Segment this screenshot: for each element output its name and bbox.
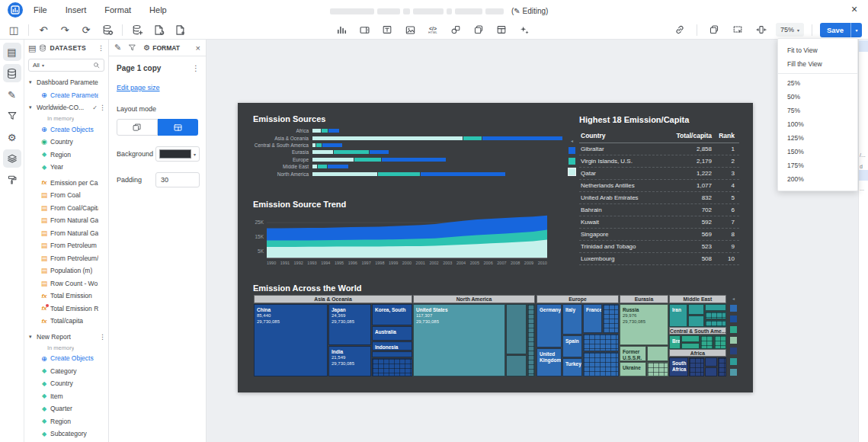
legend-swatch[interactable] xyxy=(730,305,737,312)
field-from-petroleum-capita[interactable]: ▤ From Petroleum/... xyxy=(24,252,108,265)
chart-legend[interactable]: ◂ xyxy=(569,138,575,175)
insert-image-icon[interactable] xyxy=(401,21,419,38)
field-country[interactable]: ◉ Country xyxy=(24,136,108,149)
create-objects-link[interactable]: ⊕ Create Objects xyxy=(24,123,108,136)
zoom-menu-item[interactable]: Fill the View xyxy=(778,57,857,71)
kebab-menu-icon[interactable]: ⋮ xyxy=(99,333,105,341)
zoom-menu-item[interactable]: 150% xyxy=(778,145,857,159)
caret-down-icon[interactable]: ▾ xyxy=(29,334,37,340)
menu-item[interactable]: Insert xyxy=(66,5,87,14)
dataset-status-memo-2[interactable]: In memory xyxy=(24,343,108,352)
save-menu-caret[interactable]: ▾ xyxy=(850,23,862,37)
rail-datasets-icon[interactable] xyxy=(3,64,21,82)
field-from-coal[interactable]: ▤ From Coal xyxy=(24,189,108,202)
magic-sparkle-icon[interactable] xyxy=(515,21,533,38)
duplicate-icon[interactable] xyxy=(705,21,723,38)
layout-grid-button[interactable] xyxy=(158,119,198,136)
background-color-picker[interactable]: ▾ xyxy=(155,146,200,162)
toggle-panel-icon[interactable]: ◫ xyxy=(5,21,23,38)
zoom-menu-item[interactable]: 50% xyxy=(778,90,857,104)
zoom-menu-item[interactable]: 75% xyxy=(778,104,857,117)
filter-tab-icon[interactable] xyxy=(128,43,136,52)
caret-down-icon[interactable]: ▾ xyxy=(29,104,37,110)
dataset-settings-icon[interactable] xyxy=(98,21,117,38)
dashboard-page[interactable]: Emission Sources AfricaAsia & OceaniaCen… xyxy=(238,103,753,392)
group-dashboard-parameters[interactable]: ▾ Dashboard Parameters xyxy=(24,76,108,89)
field-subcategory[interactable]: ◆ Subcategory xyxy=(24,428,108,440)
field-quarter[interactable]: ◆ Quarter xyxy=(24,402,108,415)
redo-icon[interactable]: ↷ xyxy=(56,21,74,38)
dataset-status-memo[interactable]: In memory xyxy=(24,114,108,123)
field-region-2[interactable]: ◆ Region xyxy=(24,415,108,428)
zoom-menu-item[interactable]: 200% xyxy=(778,172,857,186)
add-dataset-icon[interactable] xyxy=(128,21,146,38)
dataset-new-report[interactable]: ▾ New Report ⋮ xyxy=(24,331,108,344)
treemap-legend[interactable]: ◂ xyxy=(730,296,737,376)
close-icon[interactable]: × xyxy=(847,2,862,17)
legend-swatch[interactable] xyxy=(730,337,737,344)
field-category[interactable]: ◆ Category xyxy=(24,365,108,378)
padding-input[interactable]: 30 xyxy=(155,172,200,187)
insert-chart-icon[interactable] xyxy=(332,21,351,38)
legend-swatch[interactable] xyxy=(569,147,575,154)
zoom-menu-item[interactable]: 175% xyxy=(778,159,857,172)
insert-filter-widget-icon[interactable] xyxy=(355,21,373,38)
field-from-petroleum[interactable]: ▤ From Petroleum xyxy=(24,239,108,252)
create-objects-link-2[interactable]: ⊕ Create Objects xyxy=(24,352,108,365)
insert-copy-icon[interactable] xyxy=(469,21,488,38)
fit-width-icon[interactable] xyxy=(752,21,770,38)
kebab-menu-icon[interactable]: ⋮ xyxy=(98,44,104,52)
rail-filter-icon[interactable] xyxy=(3,107,21,125)
add-page-icon[interactable] xyxy=(171,21,189,38)
kebab-menu-icon[interactable]: ⋮ xyxy=(192,64,200,72)
caret-down-icon[interactable]: ▾ xyxy=(29,79,37,85)
close-panel-icon[interactable]: × xyxy=(196,43,200,53)
legend-swatch[interactable] xyxy=(730,358,737,365)
zoom-menu-item[interactable]: 25% xyxy=(778,76,857,90)
zoom-menu-item[interactable]: Fit to View xyxy=(778,43,857,57)
refresh-icon[interactable]: ⟳ xyxy=(77,21,95,38)
field-population[interactable]: ▤ Population (m) xyxy=(24,264,108,277)
app-logo-icon[interactable] xyxy=(8,2,23,21)
insert-html-icon[interactable]: </>HTML xyxy=(424,21,442,38)
insert-layout-icon[interactable] xyxy=(492,21,511,38)
field-total-emission-r[interactable]: fx Total Emission R... xyxy=(24,303,108,315)
legend-swatch[interactable] xyxy=(730,348,737,354)
field-from-coal-capita[interactable]: ▤ From Coal/Capita xyxy=(24,202,108,215)
field-total-capita[interactable]: fx Total/capita xyxy=(24,315,108,328)
layout-free-button[interactable] xyxy=(117,119,158,136)
field-item[interactable]: ◆ Item xyxy=(24,390,108,403)
save-button[interactable]: Save xyxy=(820,23,850,37)
legend-swatch[interactable] xyxy=(569,158,575,165)
link-icon[interactable] xyxy=(671,21,689,38)
menu-item[interactable]: Help xyxy=(149,5,167,14)
duplicate-page-icon[interactable] xyxy=(149,21,168,38)
datasets-filter-bar[interactable]: All ▾ xyxy=(28,59,104,72)
field-country-2[interactable]: ◆ Country xyxy=(24,377,108,390)
insert-shapes-icon[interactable] xyxy=(447,21,465,38)
menu-item[interactable]: File xyxy=(34,5,47,14)
field-emission-per-capita[interactable]: fx Emission per Ca... xyxy=(24,177,108,190)
rail-theme-roller-icon[interactable] xyxy=(3,171,21,189)
legend-swatch[interactable] xyxy=(730,326,737,333)
edit-tab-icon[interactable]: ✎ xyxy=(114,43,121,53)
undo-icon[interactable]: ↶ xyxy=(34,21,53,38)
insert-text-icon[interactable] xyxy=(378,21,396,38)
field-from-natural-gas[interactable]: ▤ From Natural Gas xyxy=(24,214,108,227)
zoom-menu-item[interactable]: 100% xyxy=(778,117,857,131)
rail-report-list-icon[interactable]: ▤ xyxy=(3,43,21,61)
field-from-natural-gas-capita[interactable]: ▤ From Natural Ga... xyxy=(24,227,108,240)
zoom-level-dropdown[interactable]: 75% ▾ xyxy=(776,23,804,37)
edit-page-size-link[interactable]: Edit page size xyxy=(117,84,160,91)
design-canvas[interactable]: Emission Sources AfricaAsia & OceaniaCen… xyxy=(207,40,858,442)
field-row-count[interactable]: ▤ Row Count - Wo... xyxy=(24,277,108,290)
search-icon[interactable] xyxy=(93,62,100,69)
field-total-emission[interactable]: fx Total Emission xyxy=(24,290,108,303)
field-region[interactable]: ◆ Region xyxy=(24,149,108,162)
legend-collapse-icon[interactable]: ◂ xyxy=(571,138,573,143)
field-year[interactable]: ◆ Year xyxy=(24,161,108,174)
kebab-menu-icon[interactable]: ⋮ xyxy=(99,104,105,111)
legend-collapse-icon[interactable]: ◂ xyxy=(732,296,735,301)
list-view-icon[interactable]: ▤ xyxy=(28,43,36,53)
menu-item[interactable]: Format xyxy=(104,5,131,14)
